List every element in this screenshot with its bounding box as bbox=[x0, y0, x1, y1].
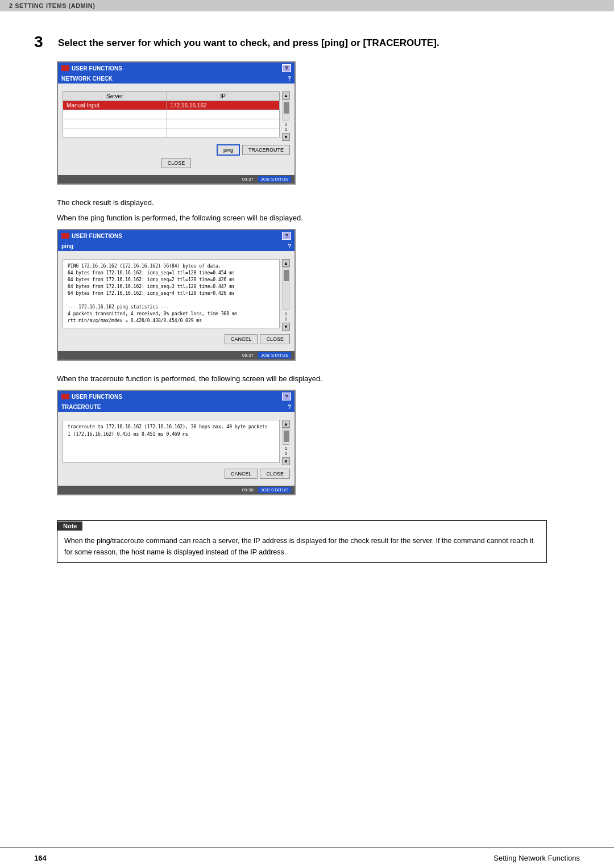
scroll-number-1: 11 bbox=[285, 122, 287, 132]
action-buttons-2: CANCEL CLOSE bbox=[63, 334, 290, 344]
device-screen-2: USER FUNCTIONS ? ping ? PING 172.16.16.1… bbox=[57, 229, 296, 361]
scroll-down-btn[interactable]: ▼ bbox=[282, 133, 290, 141]
table-row[interactable] bbox=[63, 128, 280, 137]
footer-page: 164 bbox=[34, 854, 47, 862]
cancel-button-3[interactable]: CANCEL bbox=[225, 469, 258, 479]
close-button-2[interactable]: CLOSE bbox=[260, 334, 290, 344]
empty-cell bbox=[63, 128, 167, 137]
cancel-button-2[interactable]: CANCEL bbox=[225, 334, 258, 344]
ping-line-7: 4 packets transmitted, 4 received, 0% pa… bbox=[68, 311, 275, 318]
scroll-thumb-2 bbox=[284, 270, 289, 281]
ping-text-area: PING 172.16.16.162 (172.16.16.162) 56(84… bbox=[63, 259, 280, 328]
subbar-help-2[interactable]: ? bbox=[288, 243, 291, 249]
subbar-3: TRACEROUTE ? bbox=[58, 402, 294, 412]
empty-cell bbox=[63, 110, 167, 119]
device-screen-1: USER FUNCTIONS ? NETWORK CHECK ? Serve bbox=[57, 61, 296, 185]
subbar-help-1[interactable]: ? bbox=[288, 76, 291, 82]
close-button-3[interactable]: CLOSE bbox=[260, 469, 290, 479]
scroll-thumb-1 bbox=[284, 102, 289, 114]
traceroute-text-area: traceroute to 172.16.16.162 (172.16.16.1… bbox=[63, 420, 280, 463]
ping-line-2: 64 bytes from 172.16.16.162: icmp_seq=2 … bbox=[68, 277, 275, 283]
subbar-label-3: TRACEROUTE bbox=[61, 404, 101, 410]
title-icon-3 bbox=[61, 394, 69, 399]
ping-button[interactable]: ping bbox=[217, 144, 240, 156]
device-body-1: Server IP Manual Input 172.16.16.162 bbox=[58, 87, 294, 175]
subbar-2: ping ? bbox=[58, 241, 294, 251]
statusbar-1: 09:37 JOB STATUS bbox=[58, 175, 294, 183]
ping-line-8: rtt min/avg/max/mdev = 0.426/0.438/0.454… bbox=[68, 318, 275, 324]
help-button-2[interactable]: ? bbox=[282, 232, 291, 240]
table-row[interactable] bbox=[63, 110, 280, 119]
job-status-btn-2[interactable]: JOB STATUS bbox=[258, 352, 291, 358]
scroll-number-2: 11 bbox=[285, 311, 287, 322]
device-body-2: PING 172.16.16.162 (172.16.16.162) 56(84… bbox=[58, 254, 294, 351]
help-button-3[interactable]: ? bbox=[282, 393, 291, 400]
close-row-1: CLOSE bbox=[63, 158, 290, 168]
footer-title: Setting Network Functions bbox=[493, 854, 580, 862]
action-buttons-3: CANCEL CLOSE bbox=[63, 469, 290, 479]
title-icon-2 bbox=[61, 233, 69, 239]
titlebar-label-2: USER FUNCTIONS bbox=[72, 233, 122, 239]
subbar-label-2: ping bbox=[61, 243, 73, 249]
titlebar-2: USER FUNCTIONS ? bbox=[58, 230, 294, 241]
scroll-track-1 bbox=[283, 99, 289, 120]
empty-cell bbox=[167, 119, 279, 128]
scroll-track-2 bbox=[283, 267, 289, 310]
title-left-3: USER FUNCTIONS bbox=[61, 394, 122, 400]
screen1-container: USER FUNCTIONS ? NETWORK CHECK ? Serve bbox=[57, 61, 580, 185]
titlebar-label-3: USER FUNCTIONS bbox=[72, 394, 122, 400]
scroll-down-btn-3[interactable]: ▼ bbox=[282, 457, 290, 465]
ping-line-3: 64 bytes from 172.16.16.162: icmp_seq=3 … bbox=[68, 283, 275, 290]
titlebar-label-1: USER FUNCTIONS bbox=[72, 65, 122, 72]
step-heading: 3 Select the server for which you want t… bbox=[34, 34, 580, 50]
job-status-btn-3[interactable]: JOB STATUS bbox=[258, 487, 291, 493]
note-text: When the ping/traceroute command can rea… bbox=[57, 531, 546, 562]
table-area-1: Server IP Manual Input 172.16.16.162 bbox=[63, 91, 280, 141]
scrollbar-2: ▲ 11 ▼ bbox=[282, 259, 290, 331]
tr-line-0: traceroute to 172.16.16.162 (172.16.16.1… bbox=[68, 424, 275, 431]
time-2: 09:37 bbox=[242, 353, 254, 358]
scroll-number-3: 11 bbox=[285, 446, 287, 456]
ping-line-0: PING 172.16.16.162 (172.16.16.162) 56(84… bbox=[68, 263, 275, 270]
help-button-1[interactable]: ? bbox=[282, 64, 291, 72]
action-buttons-1: ping TRACEROUTE bbox=[63, 144, 290, 156]
title-left-2: USER FUNCTIONS bbox=[61, 233, 122, 239]
traceroute-button[interactable]: TRACEROUTE bbox=[242, 145, 290, 155]
device-screen-3: USER FUNCTIONS ? TRACEROUTE ? traceroute… bbox=[57, 390, 296, 495]
screen3-container: USER FUNCTIONS ? TRACEROUTE ? traceroute… bbox=[57, 390, 580, 495]
ping-line-6: --- 172.16.16.162 ping statistics --- bbox=[68, 304, 275, 311]
subbar-help-3[interactable]: ? bbox=[288, 404, 291, 410]
footer: 164 Setting Network Functions bbox=[0, 848, 614, 868]
step-text: Select the server for which you want to … bbox=[58, 34, 439, 50]
scrollbar-1: ▲ 11 ▼ bbox=[282, 91, 290, 141]
table-with-scroll-1: Server IP Manual Input 172.16.16.162 bbox=[63, 91, 290, 141]
scroll-up-btn[interactable]: ▲ bbox=[282, 91, 290, 99]
step-number: 3 bbox=[34, 34, 51, 50]
desc-text-2: When the ping function is performed, the… bbox=[57, 214, 580, 222]
ip-cell: 172.16.16.162 bbox=[167, 101, 279, 110]
nc-table-1: Server IP Manual Input 172.16.16.162 bbox=[63, 91, 280, 137]
scrollbar-3: ▲ 11 ▼ bbox=[282, 420, 290, 465]
job-status-btn-1[interactable]: JOB STATUS bbox=[258, 176, 291, 182]
empty-cell bbox=[63, 119, 167, 128]
titlebar-1: USER FUNCTIONS ? bbox=[58, 62, 294, 74]
table-row[interactable]: Manual Input 172.16.16.162 bbox=[63, 101, 280, 110]
ping-line-5 bbox=[68, 297, 275, 304]
subbar-label-1: NETWORK CHECK bbox=[61, 76, 113, 82]
scroll-up-btn-3[interactable]: ▲ bbox=[282, 420, 290, 428]
screen2-container: USER FUNCTIONS ? ping ? PING 172.16.16.1… bbox=[57, 229, 580, 361]
statusbar-3: 09:38 JOB STATUS bbox=[58, 486, 294, 494]
desc-text-3: When the traceroute function is performe… bbox=[57, 374, 580, 383]
table-row[interactable] bbox=[63, 119, 280, 128]
time-3: 09:38 bbox=[242, 487, 254, 493]
subbar-1: NETWORK CHECK ? bbox=[58, 74, 294, 84]
scroll-up-btn-2[interactable]: ▲ bbox=[282, 259, 290, 267]
scroll-down-btn-2[interactable]: ▼ bbox=[282, 323, 290, 331]
desc-text-1: The check result is displayed. bbox=[57, 198, 580, 207]
time-1: 09:37 bbox=[242, 177, 254, 182]
scroll-thumb-3 bbox=[284, 431, 289, 442]
close-button-1[interactable]: CLOSE bbox=[161, 158, 192, 168]
server-cell: Manual Input bbox=[63, 101, 167, 110]
device-body-3: traceroute to 172.16.16.162 (172.16.16.1… bbox=[58, 415, 294, 486]
empty-cell bbox=[167, 128, 279, 137]
